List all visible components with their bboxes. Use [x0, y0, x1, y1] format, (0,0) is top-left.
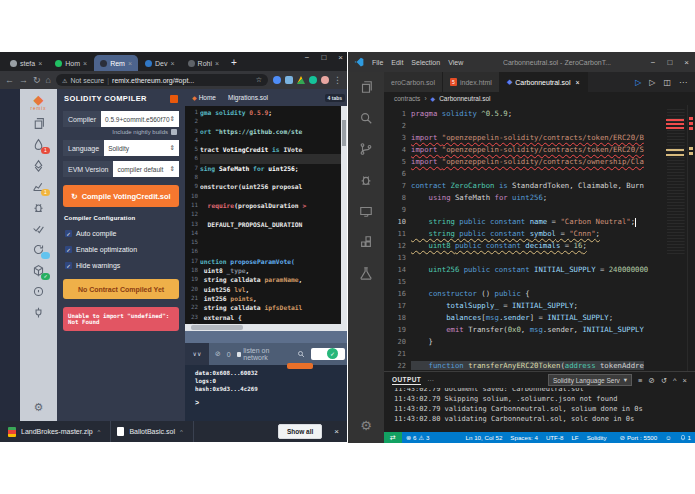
- evm-version-select[interactable]: compiler default ⇕: [113, 161, 179, 177]
- feedback-smiley-icon[interactable]: ☺: [661, 434, 675, 441]
- grammarly-floating-icon[interactable]: ✓: [327, 348, 338, 359]
- grammarly-icon[interactable]: [309, 76, 317, 84]
- windows-extension-icon[interactable]: [285, 76, 293, 84]
- terminal-drag-handle[interactable]: [185, 331, 347, 343]
- breadcrumb-folder[interactable]: contracts: [394, 95, 420, 102]
- output-tab[interactable]: OUTPUT: [392, 376, 421, 385]
- checkbox-hide-warnings[interactable]: ✓Hide warnings: [65, 262, 177, 269]
- browser-tab-stefa[interactable]: stefa×: [4, 55, 48, 71]
- explorer-icon[interactable]: [359, 80, 373, 98]
- menu-edit[interactable]: Edit: [391, 59, 403, 66]
- home-button[interactable]: ⌂: [46, 76, 51, 85]
- remix-horizontal-scrollbar[interactable]: [185, 324, 347, 331]
- output-log[interactable]: 11:43:02.79 document saved: Carbonneutra…: [384, 388, 695, 432]
- panel-close-icon[interactable]: ×: [683, 376, 687, 385]
- remix-vertical-scrollbar[interactable]: [341, 106, 347, 324]
- menu-file[interactable]: File: [372, 59, 383, 66]
- clear-output-icon[interactable]: ↺: [661, 376, 667, 385]
- bookmark-star-icon[interactable]: ☆: [256, 76, 262, 84]
- panel-collapse-icon[interactable]: ^: [673, 376, 677, 385]
- debugger-icon[interactable]: [32, 201, 45, 214]
- show-all-downloads-button[interactable]: Show all: [278, 424, 322, 439]
- breadcrumb-file[interactable]: Carbonneutral.sol: [439, 95, 490, 102]
- more-actions-icon[interactable]: ⋯: [679, 78, 687, 87]
- unit-testing-icon[interactable]: [32, 222, 45, 235]
- drive-icon[interactable]: [297, 76, 305, 84]
- notifications-bell[interactable]: 1: [676, 434, 695, 441]
- checkbox-enable-optimization[interactable]: ✓Enable optimization: [65, 246, 177, 253]
- chrome-menu-icon[interactable]: ⋮: [333, 76, 342, 85]
- minimap[interactable]: [665, 105, 687, 371]
- static-analysis-icon[interactable]: [32, 243, 45, 256]
- editor-tab-index-html[interactable]: 5index.html: [443, 72, 500, 92]
- download-menu-caret[interactable]: ^: [98, 429, 101, 435]
- remix-code-editor[interactable]: 1234567891011121314151617181920212223242…: [185, 106, 347, 324]
- back-button[interactable]: ←: [5, 76, 14, 85]
- encoding-setting[interactable]: UTF-8: [542, 434, 568, 441]
- deploy-run-icon[interactable]: [32, 159, 45, 172]
- plugin-manager-icon[interactable]: [32, 306, 45, 319]
- file-explorer-icon[interactable]: [32, 117, 45, 130]
- docs-book-icon[interactable]: [170, 95, 178, 103]
- avatar[interactable]: [321, 76, 329, 84]
- browser-tab-rohi[interactable]: Rohi×: [182, 55, 226, 71]
- live-share-button[interactable]: ⇄: [384, 432, 402, 443]
- breadcrumb[interactable]: contracts › ◆ Carbonneutral.sol: [384, 92, 695, 105]
- debug-start-icon[interactable]: ▷: [635, 78, 641, 87]
- downloads-bar-close-icon[interactable]: ×: [334, 427, 339, 436]
- settings-icon[interactable]: ⚙: [34, 402, 44, 413]
- panel-more-icon[interactable]: ···: [427, 377, 434, 384]
- run-icon[interactable]: ▷: [649, 78, 655, 87]
- compiler-version-select[interactable]: 0.5.9+commit.e560f70 ⇕: [101, 111, 179, 127]
- terminal-prompt[interactable]: >: [195, 399, 347, 406]
- browser-tab-rem[interactable]: Rem×: [94, 55, 138, 71]
- chrome-maximize-button[interactable]: □: [321, 53, 326, 62]
- split-editor-icon[interactable]: ◫: [663, 78, 671, 87]
- browser-tab-dev[interactable]: Dev×: [139, 55, 181, 71]
- eol-setting[interactable]: LF: [567, 434, 582, 441]
- source-control-icon[interactable]: [359, 142, 373, 160]
- live-server-port[interactable]: ⊘ Port : 5500: [616, 434, 661, 441]
- support-icon[interactable]: [32, 285, 45, 298]
- new-tab-button[interactable]: +: [231, 57, 237, 68]
- terminal-expand-icon[interactable]: ∨∨: [185, 343, 209, 365]
- tab-close-icon[interactable]: ×: [215, 60, 219, 67]
- vscode-code-editor[interactable]: 12345678910111213141516171819202122 prag…: [384, 105, 695, 371]
- nightly-builds-checkbox[interactable]: [171, 129, 177, 135]
- menu-view[interactable]: View: [448, 59, 463, 66]
- chrome-close-button[interactable]: ×: [338, 53, 343, 62]
- listen-network-checkbox[interactable]: [237, 352, 242, 357]
- blue-extension-icon[interactable]: [273, 76, 281, 84]
- terminal-output[interactable]: data:0x608...60032logs:0hash:0x9d3...4c2…: [185, 365, 347, 421]
- chrome-minimize-button[interactable]: −: [305, 53, 310, 62]
- word-wrap-icon[interactable]: ≡: [638, 376, 642, 385]
- overview-ruler[interactable]: [687, 105, 695, 371]
- download-item[interactable]: BallotBasic.sol^: [117, 421, 193, 442]
- remote-icon[interactable]: [359, 204, 373, 222]
- debug-icon[interactable]: [359, 173, 373, 191]
- extensions-icon[interactable]: [359, 235, 373, 253]
- cursor-position[interactable]: Ln 10, Col 52: [462, 434, 507, 441]
- problems-indicator[interactable]: ⊗6 ⚠3: [402, 434, 434, 441]
- language-select[interactable]: Solidity ⇕: [104, 140, 179, 156]
- search-icon[interactable]: [359, 111, 373, 129]
- indentation-setting[interactable]: Spaces: 4: [506, 434, 542, 441]
- tab-close-icon[interactable]: ×: [576, 79, 580, 86]
- tab-close-icon[interactable]: ×: [128, 60, 132, 67]
- analysis-icon[interactable]: 1: [32, 180, 45, 193]
- tab-close-icon[interactable]: ×: [83, 60, 87, 67]
- forward-button[interactable]: →: [19, 76, 28, 85]
- language-mode[interactable]: Solidity: [583, 434, 611, 441]
- browser-tab-hom[interactable]: Hom×: [49, 55, 93, 71]
- vscode-minimize-button[interactable]: −: [651, 58, 656, 67]
- checkbox-auto-compile[interactable]: ✓Auto compile: [65, 230, 177, 237]
- tab-home[interactable]: ◆Home: [187, 92, 221, 103]
- test-beaker-icon[interactable]: [359, 266, 373, 284]
- tab-close-icon[interactable]: ×: [170, 60, 174, 67]
- compile-button[interactable]: ↻ Compile VotingCredit.sol: [63, 185, 179, 207]
- lock-scroll-icon[interactable]: ⊘: [648, 376, 654, 385]
- terminal-search-icon[interactable]: [297, 350, 305, 358]
- download-item[interactable]: LandBrokes-master.zip^: [8, 421, 111, 442]
- plugin-box-icon[interactable]: ✓: [32, 264, 45, 277]
- reload-button[interactable]: ↻: [33, 76, 41, 85]
